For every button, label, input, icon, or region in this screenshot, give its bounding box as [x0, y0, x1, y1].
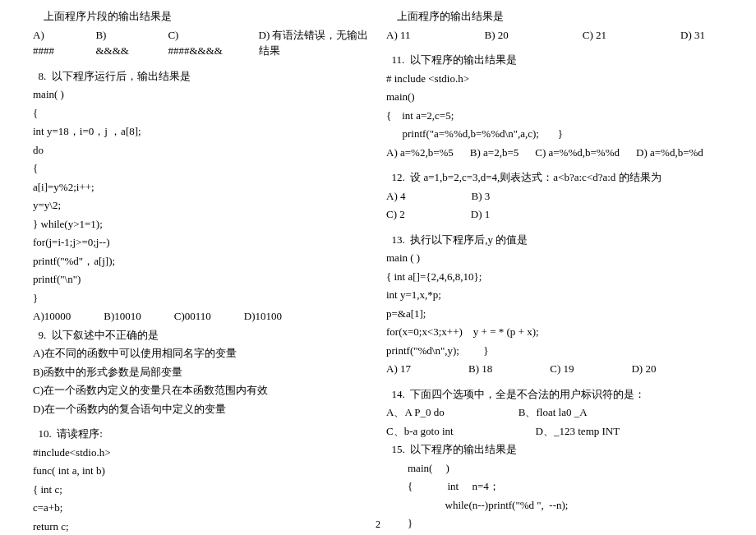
q15-title: 15. 以下程序的输出结果是	[386, 441, 723, 458]
opt: D) 20	[631, 361, 656, 377]
opt: B) &&&&	[95, 27, 135, 59]
opt: D) 有语法错误，无输出结果	[259, 27, 371, 59]
code: int y=1,x,*p;	[386, 287, 723, 303]
opt: C) 2	[386, 206, 405, 223]
code: } while(y>1=1);	[33, 216, 370, 233]
opt: A) 4	[386, 188, 405, 205]
opt: B) 18	[468, 361, 492, 377]
opt: C)00110	[174, 308, 211, 325]
code: }	[386, 515, 723, 532]
q8-opts: A)10000 B)10010 C)00110 D)10100	[33, 308, 370, 325]
code: {	[33, 105, 370, 122]
q-opts: A) #### B) &&&& C) ####&&&& D) 有语法错误，无输出…	[33, 27, 370, 59]
q10-opts: A) 11 B) 20 C) 21 D) 31	[386, 27, 723, 44]
opt: D)10100	[244, 308, 282, 325]
opt: B、float la0 _A	[519, 404, 588, 421]
q9-opt: B)函数中的形式参数是局部变量	[33, 364, 370, 380]
q12-title: 12. 设 a=1,b=2,c=3,d=4,则表达式：a<b?a:c<d?a:d…	[386, 169, 723, 186]
opt: C、b-a goto int	[386, 423, 454, 440]
opt: A) a=%2,b=%5	[386, 145, 454, 161]
code: while(n--)printf("%d ", --n);	[386, 497, 723, 514]
q10-title: 10. 请读程序:	[33, 426, 370, 442]
q13-title: 13. 执行以下程序后,y 的值是	[386, 232, 723, 248]
opt: C) ####&&&&	[168, 27, 225, 59]
code: { int a=2,c=5;	[386, 108, 723, 124]
opt: B) 20	[485, 27, 509, 44]
q14-opts: C、b-a goto int D、_123 temp INT	[386, 423, 723, 440]
q9-opt: C)在一个函数内定义的变量只在本函数范围内有效	[33, 382, 370, 399]
opt: A、A P_0 do	[386, 404, 445, 421]
code: { int a[]={2,4,6,8,10};	[386, 269, 723, 285]
code: {	[33, 160, 370, 177]
opt: A) ####	[33, 27, 62, 59]
opt: D) 1	[471, 206, 490, 223]
q-intro: 上面程序的输出结果是	[386, 8, 723, 25]
q11-title: 11. 以下程序的输出结果是	[386, 52, 723, 68]
q-intro: 上面程序片段的输出结果是	[33, 8, 370, 25]
code: func( int a, int b)	[33, 463, 370, 479]
opt: A)10000	[33, 308, 71, 325]
opt: C) 19	[550, 361, 574, 377]
q11-opts: A) a=%2,b=%5 B) a=2,b=5 C) a=%%d,b=%%d D…	[386, 145, 723, 161]
code: int y=18，i=0，j ，a[8];	[33, 123, 370, 140]
opt: D) 31	[680, 27, 705, 44]
code: do	[33, 142, 370, 159]
code: main( )	[33, 86, 370, 103]
opt: D) a=%d,b=%d	[636, 145, 703, 161]
code: p=&a[1];	[386, 306, 723, 322]
code: printf("a=%%d,b=%%d\n",a,c); }	[386, 126, 723, 142]
q13-opts: A) 17 B) 18 C) 19 D) 20	[386, 361, 723, 377]
q9-opt: D)在一个函数内的复合语句中定义的变量	[33, 401, 370, 417]
code: { int n=4；	[386, 478, 723, 495]
code: a[i]=y%2;i++;	[33, 179, 370, 196]
q8-title: 8. 以下程序运行后，输出结果是	[33, 68, 370, 85]
code: main ( )	[386, 250, 723, 266]
opt: B) 3	[471, 188, 490, 205]
code: { int c;	[33, 482, 370, 498]
q14-opts: A、A P_0 do B、float la0 _A	[386, 404, 723, 421]
opt: A) 11	[386, 27, 411, 44]
opt: D、_123 temp INT	[536, 423, 620, 440]
code: printf("%d"，a[j]);	[33, 253, 370, 270]
q9-opt: A)在不同的函数中可以使用相同名字的变量	[33, 345, 370, 362]
opt: C) a=%%d,b=%%d	[535, 145, 620, 161]
right-column: 上面程序的输出结果是 A) 11 B) 20 C) 21 D) 31 11. 以…	[378, 8, 731, 527]
q12-opts: A) 4 B) 3	[386, 188, 723, 205]
opt: C) 21	[583, 27, 606, 44]
code: # include <stdio.h>	[386, 71, 723, 87]
code: for(x=0;x<3;x++) y + = * (p + x);	[386, 324, 723, 340]
q14-title: 14. 下面四个选项中，全是不合法的用户标识符的是：	[386, 386, 723, 403]
q9-title: 9. 以下叙述中不正确的是	[33, 327, 370, 344]
code: y=y\2;	[33, 197, 370, 214]
code: printf("\n")	[33, 271, 370, 288]
code: return c;	[33, 519, 370, 535]
code: #include<stdio.h>	[33, 445, 370, 461]
code: main()	[386, 89, 723, 105]
q12-opts: C) 2 D) 1	[386, 206, 723, 223]
code: main( )	[386, 460, 723, 477]
code: printf("%d\n",y); }	[386, 343, 723, 359]
opt: B)10010	[104, 308, 141, 325]
opt: A) 17	[386, 361, 411, 377]
code: }	[33, 290, 370, 307]
opt: B) a=2,b=5	[470, 145, 519, 161]
page-number: 2	[376, 517, 380, 532]
left-column: 上面程序片段的输出结果是 A) #### B) &&&& C) ####&&&&…	[25, 8, 378, 527]
code: c=a+b;	[33, 500, 370, 516]
code: for(j=i-1;j>=0;j--)	[33, 234, 370, 251]
